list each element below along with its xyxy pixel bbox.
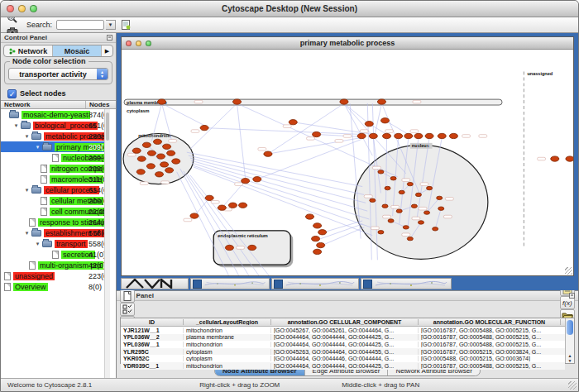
network-node[interactable] xyxy=(312,236,320,241)
network-node[interactable] xyxy=(242,179,250,184)
network-node[interactable] xyxy=(157,99,165,104)
network-node[interactable] xyxy=(382,133,390,138)
network-edge[interactable] xyxy=(323,227,365,246)
table-scrollbar[interactable]: ▲▼ xyxy=(565,318,574,363)
network-node[interactable] xyxy=(438,207,444,210)
network-edge[interactable] xyxy=(190,103,237,149)
tree-item-macromolecule[interactable]: macromolecule311(0) xyxy=(1,174,110,184)
network-node[interactable] xyxy=(418,221,423,224)
network-node[interactable] xyxy=(414,133,423,138)
nodes-column-header[interactable]: Nodes xyxy=(86,101,109,108)
network-node[interactable] xyxy=(357,133,366,138)
network-edge[interactable] xyxy=(190,158,366,203)
network-node[interactable] xyxy=(318,230,327,235)
network-node[interactable] xyxy=(172,159,180,164)
network-node[interactable] xyxy=(289,120,297,125)
network-node[interactable] xyxy=(449,133,457,138)
minimized-network-window-2[interactable] xyxy=(190,278,270,289)
network-node[interactable] xyxy=(551,156,559,161)
search-dropdown-button[interactable]: ▼ xyxy=(106,20,116,30)
network-node[interactable] xyxy=(228,203,237,208)
float-panel-icon[interactable] xyxy=(107,35,112,41)
tree-item-multi-organism-pro[interactable]: multi-organism pro42(0) xyxy=(1,260,110,270)
network-edge[interactable] xyxy=(193,165,371,227)
disclosure-triangle-icon[interactable]: ▾ xyxy=(22,187,31,194)
title-bar[interactable]: Cytoscape Desktop (New Session) xyxy=(1,1,578,17)
network-node[interactable] xyxy=(404,133,413,138)
network-node[interactable] xyxy=(377,99,385,104)
tree-scrollbar-thumb[interactable] xyxy=(106,112,109,141)
network-edge[interactable] xyxy=(177,172,229,275)
more-tabs-button[interactable]: ▶ xyxy=(102,45,112,56)
network-node[interactable] xyxy=(142,142,151,147)
network-node[interactable] xyxy=(369,133,377,138)
tree-item-mosaic-demo-yeast[interactable]: mosaic-demo-yeast874(0) xyxy=(1,109,110,120)
network-node[interactable] xyxy=(407,182,413,185)
network-edge[interactable] xyxy=(257,139,361,179)
select-attributes-icon[interactable] xyxy=(120,303,135,316)
tree-item-nucleobase-[interactable]: nucleobase-209(0) xyxy=(1,152,110,163)
table-row[interactable]: YLR295Ccytoplasm[GO:0045263, GO:0044464,… xyxy=(121,348,565,356)
float-data-panel-icon[interactable] xyxy=(569,293,575,299)
select-nodes-checkbox[interactable]: ✓ xyxy=(7,89,17,98)
window-resize-grip[interactable] xyxy=(565,267,572,275)
network-node[interactable] xyxy=(153,139,161,144)
tree-item-overview[interactable]: Overview8(0) xyxy=(1,281,110,292)
network-node[interactable] xyxy=(165,168,174,173)
scrollbar-thumb[interactable] xyxy=(567,320,573,335)
table-row[interactable]: YPL036W__1mitochondrion[GO:0044464, GO:0… xyxy=(121,341,565,348)
configure-search-icon[interactable] xyxy=(117,18,133,31)
tree-item-primary-metabo[interactable]: ▾primary metabo209(... xyxy=(1,141,110,152)
network-node[interactable] xyxy=(425,133,433,138)
tree-scrollbar[interactable] xyxy=(104,109,110,378)
column-header-reg[interactable]: _cellularLayoutRegion xyxy=(184,319,271,325)
tree-item-nitrogen-compo[interactable]: nitrogen compo209(0) xyxy=(1,163,110,174)
network-node[interactable] xyxy=(155,172,163,177)
network-node[interactable] xyxy=(403,226,409,229)
tree-item-biological-process[interactable]: ▾biological_process651(0) xyxy=(1,120,110,131)
table-row[interactable]: YKR052Ccytoplasm[GO:0044464, GO:0044446,… xyxy=(121,355,565,362)
network-view-titlebar[interactable]: primary metabolic process xyxy=(122,37,573,50)
scrollbar-arrows[interactable]: ▲▼ xyxy=(566,353,574,363)
network-node[interactable] xyxy=(340,99,348,104)
network-node[interactable] xyxy=(190,213,199,218)
network-edge[interactable] xyxy=(344,103,369,124)
network-node[interactable] xyxy=(225,245,233,250)
network-node[interactable] xyxy=(313,223,322,228)
disclosure-triangle-icon[interactable]: ▾ xyxy=(22,230,31,237)
network-node[interactable] xyxy=(167,151,175,155)
network-node[interactable] xyxy=(378,231,384,234)
column-header-comp[interactable]: annotation.GO CELLULAR_COMPONENT xyxy=(271,319,419,325)
tree-item-establishment-of-lo[interactable]: ▾establishment of lo558(0) xyxy=(1,227,110,238)
network-edge[interactable] xyxy=(270,103,344,152)
network-node[interactable] xyxy=(205,195,213,200)
network-node[interactable] xyxy=(390,177,396,180)
disclosure-triangle-icon[interactable]: ▾ xyxy=(12,122,21,129)
network-node[interactable] xyxy=(132,148,141,153)
network-edge[interactable] xyxy=(194,167,372,236)
network-node[interactable] xyxy=(200,125,208,130)
network-node[interactable] xyxy=(264,151,272,156)
network-node[interactable] xyxy=(380,118,389,123)
network-node[interactable] xyxy=(239,203,247,208)
network-node[interactable] xyxy=(156,154,165,159)
table-row[interactable]: YPL036W__2plasma membrane[GO:0044464, GO… xyxy=(121,334,565,342)
network-node[interactable] xyxy=(305,214,313,219)
network-node[interactable] xyxy=(438,133,446,138)
tree-item-response-to-stimulu[interactable]: response to stimulu264(0) xyxy=(1,217,110,227)
network-node[interactable] xyxy=(566,156,573,161)
search-input[interactable] xyxy=(56,20,104,30)
tab-network[interactable]: Network xyxy=(4,45,53,56)
network-edge[interactable] xyxy=(317,134,362,136)
tree-item-secretion[interactable]: secretion41(0) xyxy=(1,249,110,260)
tree-item-metabolic-process[interactable]: ▾metabolic process280(0) xyxy=(1,131,110,141)
network-edge[interactable] xyxy=(162,103,205,126)
network-node[interactable] xyxy=(313,131,321,136)
network-edge[interactable] xyxy=(268,137,361,154)
minimized-network-window-3[interactable] xyxy=(271,278,359,289)
column-header-func[interactable]: annotation.GO MOLECULAR_FUNCTION xyxy=(419,319,561,325)
table-row[interactable]: YJR121W__1mitochondrion[GO:0045267, GO:0… xyxy=(121,327,565,334)
network-node[interactable] xyxy=(407,237,413,240)
network-node[interactable] xyxy=(160,162,169,167)
disclosure-triangle-icon[interactable]: ▾ xyxy=(22,133,31,140)
